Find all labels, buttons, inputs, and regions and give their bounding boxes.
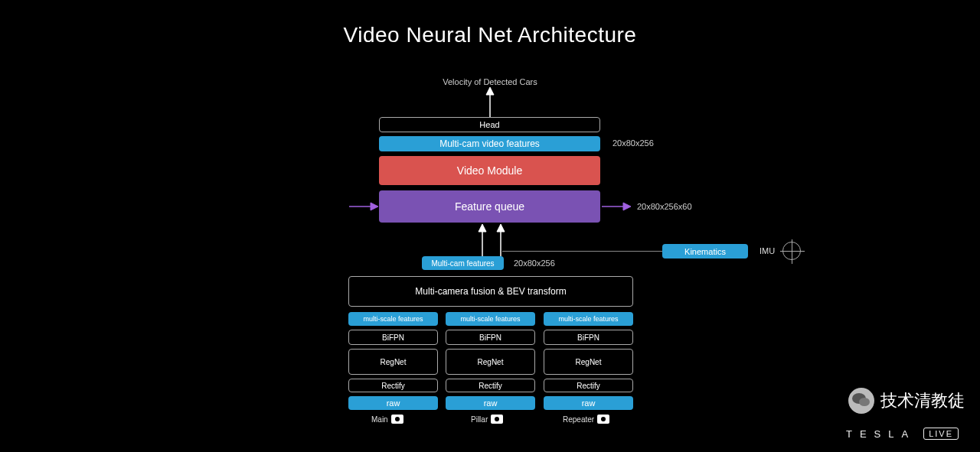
col1-bifpn: BiFPN [446, 330, 535, 345]
camera-icon [491, 415, 503, 424]
block-fusion: Multi-camera fusion & BEV transform [348, 276, 633, 307]
col2-raw: raw [544, 396, 633, 410]
col0-bifpn: BiFPN [348, 330, 438, 345]
camera-icon [391, 415, 403, 424]
col0-rectify: Rectify [348, 379, 438, 392]
col0-regnet: RegNet [348, 349, 438, 375]
block-multicam-video-features: Multi-cam video features [379, 136, 600, 151]
block-video-module: Video Module [379, 156, 600, 185]
imu-label: IMU [760, 246, 775, 255]
camera-main: Main [371, 415, 403, 424]
col2-rectify: Rectify [544, 379, 633, 392]
block-feature-queue: Feature queue [379, 190, 600, 223]
block-multicam-features: Multi-cam features [422, 256, 504, 270]
col0-raw: raw [348, 396, 438, 410]
col1-multiscale: multi-scale features [446, 312, 535, 326]
camera-pillar-label: Pillar [471, 415, 488, 424]
dim-feature-queue: 20x80x256x60 [637, 202, 692, 211]
dim-multicam-video-features: 20x80x256 [612, 138, 654, 148]
col1-raw: raw [446, 396, 535, 410]
svg-marker-5 [623, 203, 631, 210]
arrow-mcfeat-up-1 [475, 224, 490, 256]
svg-marker-3 [371, 203, 378, 210]
arrow-feature-queue-out [602, 199, 632, 214]
camera-icon [597, 415, 609, 424]
wechat-icon [848, 388, 874, 414]
watermark: 技术清教徒 [848, 388, 965, 414]
col1-rectify: Rectify [446, 379, 535, 392]
col0-multiscale: multi-scale features [348, 312, 438, 326]
svg-marker-9 [497, 224, 505, 232]
watermark-text: 技术清教徒 [880, 389, 965, 412]
brand-footer: TESLA LIVE [846, 428, 959, 440]
camera-repeater: Repeater [563, 415, 609, 424]
col2-multiscale: multi-scale features [544, 312, 633, 326]
camera-main-label: Main [371, 415, 388, 424]
block-head: Head [379, 117, 600, 132]
live-badge: LIVE [923, 428, 959, 440]
kinematics-connector [502, 251, 663, 252]
svg-marker-1 [486, 87, 494, 95]
arrow-head-to-output [482, 87, 498, 118]
col2-bifpn: BiFPN [544, 330, 633, 345]
page-title: Video Neural Net Architecture [0, 23, 980, 47]
svg-marker-7 [479, 224, 486, 232]
col1-regnet: RegNet [446, 349, 535, 375]
output-label: Velocity of Detected Cars [379, 77, 601, 86]
camera-repeater-label: Repeater [563, 415, 594, 424]
col2-regnet: RegNet [544, 349, 633, 375]
compass-icon [782, 242, 801, 260]
block-kinematics: Kinematics [662, 244, 748, 259]
arrow-feature-queue-in [349, 199, 380, 214]
dim-multicam-features: 20x80x256 [514, 259, 555, 268]
brand-name: TESLA [846, 428, 916, 440]
camera-pillar: Pillar [471, 415, 503, 424]
